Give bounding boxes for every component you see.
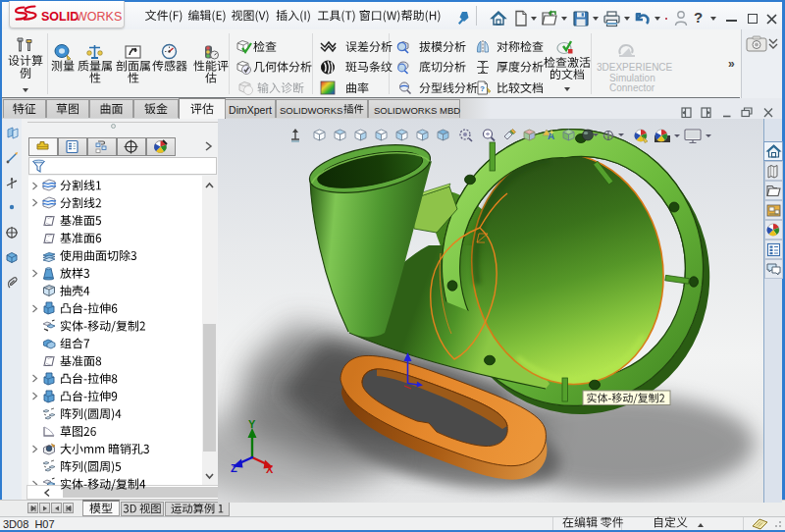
svg-text:?: ? (480, 84, 485, 93)
svg-text:SOLID: SOLID (41, 10, 78, 24)
svg-text:WORKS: WORKS (76, 10, 122, 24)
svg-text:Z: Z (231, 462, 237, 474)
svg-text:Y: Y (248, 418, 256, 430)
svg-text:X: X (266, 463, 274, 475)
